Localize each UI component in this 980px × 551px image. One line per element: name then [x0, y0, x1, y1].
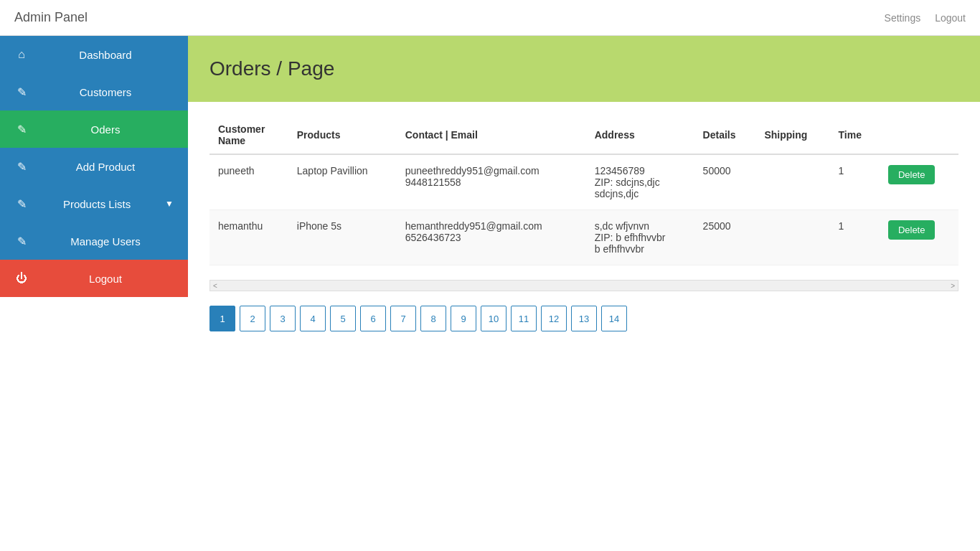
layout: ⌂ Dashboard ✎ Customers ✎ Oders ✎ Add Pr…	[0, 36, 980, 551]
cell-details: 50000	[694, 154, 756, 210]
logout-icon: ⏻	[14, 272, 29, 285]
col-shipping: Shipping	[755, 116, 829, 154]
cell-contact-email: hemanthreddy951@gmail.com6526436723	[397, 210, 586, 265]
cell-action: Delete	[880, 210, 958, 265]
cell-action: Delete	[880, 154, 958, 210]
top-nav: Admin Panel Settings Logout	[0, 0, 980, 36]
cell-shipping	[755, 210, 829, 265]
cell-details: 25000	[694, 210, 756, 265]
sidebar-label-customers: Customers	[37, 86, 174, 98]
sidebar: ⌂ Dashboard ✎ Customers ✎ Oders ✎ Add Pr…	[0, 36, 188, 551]
page-button[interactable]: 9	[451, 306, 476, 331]
sidebar-label-products-lists: Products Lists	[37, 198, 156, 210]
orders-table: CustomerName Products Contact | Email Ad…	[209, 116, 958, 265]
content-area: CustomerName Products Contact | Email Ad…	[188, 102, 980, 346]
cell-customer-name: puneeth	[209, 154, 288, 210]
delete-button[interactable]: Delete	[888, 165, 936, 184]
top-nav-right: Settings Logout	[885, 12, 966, 24]
delete-button[interactable]: Delete	[888, 220, 936, 240]
page-button[interactable]: 11	[511, 306, 537, 331]
table-header-row: CustomerName Products Contact | Email Ad…	[209, 116, 958, 154]
col-customer-name: CustomerName	[209, 116, 288, 154]
col-contact-email: Contact | Email	[397, 116, 586, 154]
page-button[interactable]: 1	[209, 306, 235, 331]
cell-time: 1	[830, 210, 880, 265]
orders-icon: ✎	[14, 123, 29, 136]
page-button[interactable]: 12	[541, 306, 567, 331]
sidebar-item-logout[interactable]: ⏻ Logout	[0, 260, 188, 297]
app-title: Admin Panel	[14, 10, 88, 25]
page-button[interactable]: 4	[300, 306, 326, 331]
page-button[interactable]: 8	[420, 306, 446, 331]
sidebar-label-logout: Logout	[37, 273, 174, 285]
main-content: Orders / Page CustomerName Products Cont…	[188, 36, 980, 551]
cell-contact-email: puneethreddy951@gmail.com9448121558	[397, 154, 586, 210]
cell-customer-name: hemanthu	[209, 210, 288, 265]
page-button[interactable]: 5	[330, 306, 356, 331]
sidebar-label-manage-users: Manage Users	[37, 235, 174, 248]
col-details: Details	[694, 116, 756, 154]
products-lists-icon: ✎	[14, 197, 29, 211]
add-product-icon: ✎	[14, 160, 29, 174]
sidebar-item-products-lists[interactable]: ✎ Products Lists ▼	[0, 185, 188, 222]
page-button[interactable]: 13	[571, 306, 597, 331]
col-products: Products	[288, 116, 397, 154]
page-title: Orders / Page	[209, 57, 958, 80]
chevron-down-icon: ▼	[165, 199, 174, 209]
sidebar-label-dashboard: Dashboard	[37, 49, 174, 61]
sidebar-item-manage-users[interactable]: ✎ Manage Users	[0, 222, 188, 260]
table-row: puneeth Laptop Pavillion puneethreddy951…	[209, 154, 958, 210]
sidebar-label-add-product: Add Product	[37, 161, 174, 173]
page-header: Orders / Page	[188, 36, 980, 102]
pagination: 1234567891011121314	[209, 306, 958, 331]
page-button[interactable]: 7	[390, 306, 416, 331]
cell-address: 123456789ZIP: sdcjns,djcsdcjns,djc	[586, 154, 694, 210]
horizontal-scrollbar[interactable]: < >	[209, 280, 958, 291]
scroll-left-icon[interactable]: <	[213, 282, 217, 290]
page-button[interactable]: 10	[481, 306, 507, 331]
sidebar-item-add-product[interactable]: ✎ Add Product	[0, 148, 188, 185]
sidebar-label-orders: Oders	[37, 123, 174, 136]
cell-products: iPhone 5s	[288, 210, 397, 265]
page-button[interactable]: 2	[240, 306, 265, 331]
scroll-right-icon[interactable]: >	[951, 282, 955, 290]
sidebar-item-dashboard[interactable]: ⌂ Dashboard	[0, 36, 188, 73]
logout-link[interactable]: Logout	[935, 12, 966, 24]
home-icon: ⌂	[14, 48, 29, 61]
page-button[interactable]: 14	[601, 306, 627, 331]
col-address: Address	[586, 116, 694, 154]
cell-address: s,dc wfjvnvnZIP: b efhfhvvbrb efhfhvvbr	[586, 210, 694, 265]
sidebar-item-customers[interactable]: ✎ Customers	[0, 73, 188, 110]
col-time: Time	[830, 116, 880, 154]
cell-products: Laptop Pavillion	[288, 154, 397, 210]
settings-link[interactable]: Settings	[885, 12, 921, 24]
sidebar-item-orders[interactable]: ✎ Oders	[0, 110, 188, 148]
page-button[interactable]: 3	[270, 306, 296, 331]
cell-shipping	[755, 154, 829, 210]
customers-icon: ✎	[14, 85, 29, 99]
manage-users-icon: ✎	[14, 235, 29, 248]
col-action	[880, 116, 958, 154]
table-row: hemanthu iPhone 5s hemanthreddy951@gmail…	[209, 210, 958, 265]
cell-time: 1	[830, 154, 880, 210]
page-button[interactable]: 6	[360, 306, 386, 331]
